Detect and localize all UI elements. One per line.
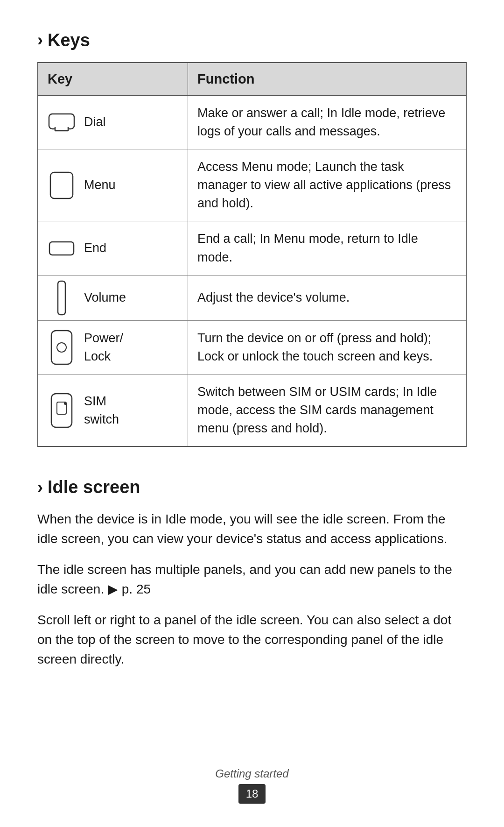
idle-heading-text: Idle screen [48, 475, 140, 500]
col-header-function: Function [188, 63, 467, 95]
table-row: Dial Make or answer a call; In Idle mode… [38, 95, 466, 149]
table-row: Volume Adjust the device's volume. [38, 275, 466, 320]
end-label: End [84, 239, 106, 257]
keys-section-heading: › Keys [37, 28, 467, 53]
function-cell-end: End a call; In Menu mode, return to Idle… [188, 221, 467, 275]
volume-icon [48, 284, 76, 312]
svg-point-9 [57, 343, 66, 352]
table-row: SIM switch Switch between SIM or USIM ca… [38, 375, 466, 447]
volume-label: Volume [84, 289, 126, 307]
keys-table: Key Function Dial [37, 62, 467, 447]
sim-icon [48, 396, 76, 424]
power-label: Power/ Lock [84, 329, 123, 366]
power-icon [48, 333, 76, 361]
dial-label: Dial [84, 113, 106, 131]
table-row: Menu Access Menu mode; Launch the task m… [38, 149, 466, 221]
idle-screen-section: › Idle screen When the device is in Idle… [37, 475, 467, 669]
function-cell-volume: Adjust the device's volume. [188, 275, 467, 320]
svg-rect-6 [49, 242, 74, 255]
key-cell-power: Power/ Lock [38, 320, 188, 374]
sim-label: SIM switch [84, 392, 119, 429]
svg-rect-7 [58, 281, 65, 315]
function-cell-menu: Access Menu mode; Launch the task manage… [188, 149, 467, 221]
idle-paragraph-1: When the device is in Idle mode, you wil… [37, 509, 467, 549]
idle-paragraph-2: The idle screen has multiple panels, and… [37, 560, 467, 599]
table-header-row: Key Function [38, 63, 466, 95]
idle-paragraph-3: Scroll left or right to a panel of the i… [37, 610, 467, 669]
function-cell-sim: Switch between SIM or USIM cards; In Idl… [188, 375, 467, 447]
page-footer: Getting started 18 [0, 766, 504, 804]
key-cell-menu: Menu [38, 149, 188, 221]
footer-caption: Getting started [0, 766, 504, 782]
menu-icon [48, 171, 76, 199]
key-cell-sim: SIM switch [38, 375, 188, 447]
menu-label: Menu [84, 176, 116, 194]
function-cell-dial: Make or answer a call; In Idle mode, ret… [188, 95, 467, 149]
svg-point-12 [64, 402, 67, 405]
keys-heading-text: Keys [48, 28, 90, 53]
col-header-key: Key [38, 63, 188, 95]
svg-rect-5 [50, 172, 73, 198]
dial-icon [48, 108, 76, 136]
footer-page-number: 18 [238, 784, 266, 804]
key-cell-end: End [38, 221, 188, 275]
key-cell-volume: Volume [38, 275, 188, 320]
key-cell-dial: Dial [38, 95, 188, 149]
table-row: Power/ Lock Turn the device on or off (p… [38, 320, 466, 374]
idle-screen-heading: › Idle screen [37, 475, 467, 500]
table-row: End End a call; In Menu mode, return to … [38, 221, 466, 275]
idle-chevron-icon: › [37, 476, 43, 499]
chevron-icon: › [37, 28, 43, 52]
function-cell-power: Turn the device on or off (press and hol… [188, 320, 467, 374]
svg-rect-0 [49, 114, 74, 129]
end-icon [48, 234, 76, 262]
